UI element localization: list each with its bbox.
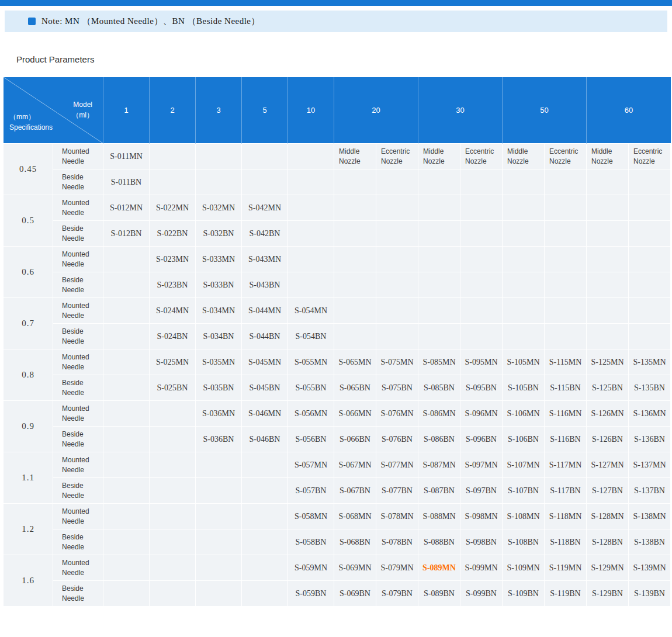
model-cell-S-023MN[interactable]: S-023MN [150, 247, 196, 272]
model-cell-S-065MN[interactable]: S-065MN [334, 349, 376, 375]
model-cell-S-105BN[interactable]: S-105BN [503, 375, 545, 401]
model-cell-S-139BN[interactable]: S-139BN [629, 581, 671, 607]
model-cell-S-106MN[interactable]: S-106MN [503, 401, 545, 427]
model-cell-S-106BN[interactable]: S-106BN [503, 427, 545, 452]
model-cell-S-086MN[interactable]: S-086MN [418, 401, 460, 427]
model-cell-S-079BN[interactable]: S-079BN [376, 581, 418, 607]
model-cell-S-032MN[interactable]: S-032MN [196, 195, 242, 221]
model-cell-S-128MN[interactable]: S-128MN [587, 504, 629, 529]
model-cell-S-117MN[interactable]: S-117MN [545, 452, 587, 478]
model-cell-S-107BN[interactable]: S-107BN [503, 478, 545, 504]
model-cell-S-088MN[interactable]: S-088MN [418, 504, 460, 529]
model-cell-S-115MN[interactable]: S-115MN [545, 349, 587, 375]
model-cell-S-097BN[interactable]: S-097BN [460, 478, 503, 504]
model-cell-S-011BN[interactable]: S-011BN [103, 169, 150, 195]
model-cell-S-077MN[interactable]: S-077MN [376, 452, 418, 478]
model-cell-S-023BN[interactable]: S-023BN [150, 272, 196, 298]
model-cell-S-011MN[interactable]: S-011MN [103, 144, 150, 169]
model-cell-S-033BN[interactable]: S-033BN [196, 272, 242, 298]
model-cell-S-066MN[interactable]: S-066MN [334, 401, 376, 427]
model-cell-S-046MN[interactable]: S-046MN [242, 401, 288, 427]
model-cell-S-066BN[interactable]: S-066BN [334, 427, 376, 452]
model-cell-S-129MN[interactable]: S-129MN [587, 555, 629, 581]
model-cell-S-089BN[interactable]: S-089BN [418, 581, 460, 607]
model-cell-S-054MN[interactable]: S-054MN [288, 298, 334, 324]
model-cell-S-045MN[interactable]: S-045MN [242, 349, 288, 375]
model-cell-S-137MN[interactable]: S-137MN [629, 452, 671, 478]
model-cell-S-086BN[interactable]: S-086BN [418, 427, 460, 452]
model-cell-S-096BN[interactable]: S-096BN [460, 427, 503, 452]
model-cell-S-077BN[interactable]: S-077BN [376, 478, 418, 504]
model-cell-S-138MN[interactable]: S-138MN [629, 504, 671, 529]
model-cell-S-128BN[interactable]: S-128BN [587, 529, 629, 555]
model-cell-S-129BN[interactable]: S-129BN [587, 581, 629, 607]
model-cell-S-046BN[interactable]: S-046BN [242, 427, 288, 452]
model-cell-S-059MN[interactable]: S-059MN [288, 555, 334, 581]
model-cell-S-135MN[interactable]: S-135MN [629, 349, 671, 375]
model-cell-S-085MN[interactable]: S-085MN [418, 349, 460, 375]
model-cell-S-055MN[interactable]: S-055MN [288, 349, 334, 375]
model-cell-S-139MN[interactable]: S-139MN [629, 555, 671, 581]
model-cell-S-069MN[interactable]: S-069MN [334, 555, 376, 581]
model-cell-S-058MN[interactable]: S-058MN [288, 504, 334, 529]
model-cell-S-125BN[interactable]: S-125BN [587, 375, 629, 401]
model-cell-S-059BN[interactable]: S-059BN [288, 581, 334, 607]
model-cell-S-087BN[interactable]: S-087BN [418, 478, 460, 504]
model-cell-S-045BN[interactable]: S-045BN [242, 375, 288, 401]
model-cell-S-087MN[interactable]: S-087MN [418, 452, 460, 478]
model-cell-S-056MN[interactable]: S-056MN [288, 401, 334, 427]
model-cell-S-025BN[interactable]: S-025BN [150, 375, 196, 401]
model-cell-S-107MN[interactable]: S-107MN [503, 452, 545, 478]
model-cell-S-109MN[interactable]: S-109MN [503, 555, 545, 581]
model-cell-S-118MN[interactable]: S-118MN [545, 504, 587, 529]
model-cell-S-067BN[interactable]: S-067BN [334, 478, 376, 504]
model-cell-S-035BN[interactable]: S-035BN [196, 375, 242, 401]
model-cell-S-127BN[interactable]: S-127BN [587, 478, 629, 504]
model-cell-S-099BN[interactable]: S-099BN [460, 581, 503, 607]
model-cell-S-117BN[interactable]: S-117BN [545, 478, 587, 504]
model-cell-S-042MN[interactable]: S-042MN [242, 195, 288, 221]
model-cell-S-024BN[interactable]: S-024BN [150, 324, 196, 349]
model-cell-S-138BN[interactable]: S-138BN [629, 529, 671, 555]
model-cell-S-075BN[interactable]: S-075BN [376, 375, 418, 401]
model-cell-S-069BN[interactable]: S-069BN [334, 581, 376, 607]
model-cell-S-135BN[interactable]: S-135BN [629, 375, 671, 401]
model-cell-S-126MN[interactable]: S-126MN [587, 401, 629, 427]
model-cell-S-067MN[interactable]: S-067MN [334, 452, 376, 478]
model-cell-S-098MN[interactable]: S-098MN [460, 504, 503, 529]
model-cell-S-116BN[interactable]: S-116BN [545, 427, 587, 452]
model-cell-S-098BN[interactable]: S-098BN [460, 529, 503, 555]
model-cell-S-118BN[interactable]: S-118BN [545, 529, 587, 555]
model-cell-S-035MN[interactable]: S-035MN [196, 349, 242, 375]
model-cell-S-108BN[interactable]: S-108BN [503, 529, 545, 555]
model-cell-S-096MN[interactable]: S-096MN [460, 401, 503, 427]
model-cell-S-108MN[interactable]: S-108MN [503, 504, 545, 529]
model-cell-S-058BN[interactable]: S-058BN [288, 529, 334, 555]
model-cell-S-033MN[interactable]: S-033MN [196, 247, 242, 272]
model-cell-S-012BN[interactable]: S-012BN [103, 221, 150, 247]
model-cell-S-068BN[interactable]: S-068BN [334, 529, 376, 555]
model-cell-S-057MN[interactable]: S-057MN [288, 452, 334, 478]
model-cell-S-076MN[interactable]: S-076MN [376, 401, 418, 427]
model-cell-S-042BN[interactable]: S-042BN [242, 221, 288, 247]
model-cell-S-136BN[interactable]: S-136BN [629, 427, 671, 452]
model-cell-S-116MN[interactable]: S-116MN [545, 401, 587, 427]
model-cell-S-136MN[interactable]: S-136MN [629, 401, 671, 427]
model-cell-S-099MN[interactable]: S-099MN [460, 555, 503, 581]
model-cell-S-088BN[interactable]: S-088BN [418, 529, 460, 555]
model-cell-S-126BN[interactable]: S-126BN [587, 427, 629, 452]
model-cell-S-076BN[interactable]: S-076BN [376, 427, 418, 452]
model-cell-S-115BN[interactable]: S-115BN [545, 375, 587, 401]
model-cell-S-089MN[interactable]: S-089MN [418, 555, 460, 581]
model-cell-S-079MN[interactable]: S-079MN [376, 555, 418, 581]
model-cell-S-125MN[interactable]: S-125MN [587, 349, 629, 375]
model-cell-S-044BN[interactable]: S-044BN [242, 324, 288, 349]
model-cell-S-119BN[interactable]: S-119BN [545, 581, 587, 607]
model-cell-S-095BN[interactable]: S-095BN [460, 375, 503, 401]
model-cell-S-068MN[interactable]: S-068MN [334, 504, 376, 529]
model-cell-S-057BN[interactable]: S-057BN [288, 478, 334, 504]
model-cell-S-025MN[interactable]: S-025MN [150, 349, 196, 375]
model-cell-S-055BN[interactable]: S-055BN [288, 375, 334, 401]
model-cell-S-043MN[interactable]: S-043MN [242, 247, 288, 272]
model-cell-S-095MN[interactable]: S-095MN [460, 349, 503, 375]
